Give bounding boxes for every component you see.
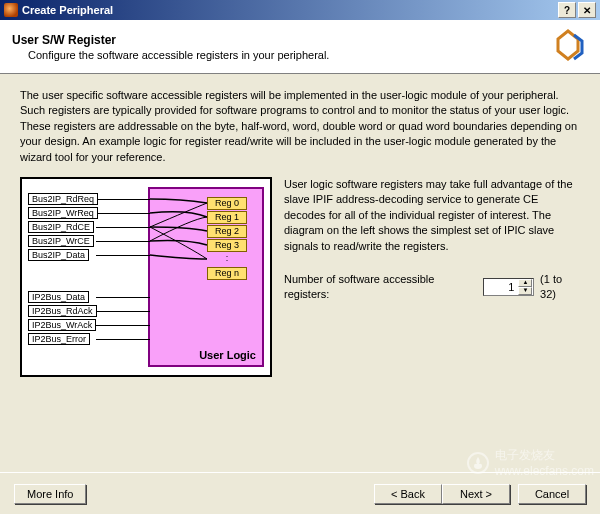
spin-down-button[interactable]: ▼ [518, 287, 532, 295]
reg-cell: Reg 0 [207, 197, 247, 210]
reg-cell: Reg 1 [207, 211, 247, 224]
close-button[interactable]: ✕ [578, 2, 596, 18]
signal-label: IP2Bus_RdAck [28, 305, 97, 317]
cancel-button[interactable]: Cancel [518, 484, 586, 504]
signal-label: Bus2IP_RdReq [28, 193, 98, 205]
wizard-body: The user specific software accessible re… [0, 74, 600, 472]
user-logic-diagram: User Logic Bus2IP_RdReq Bus2IP_WrReq Bus… [20, 177, 272, 377]
help-button[interactable]: ? [558, 2, 576, 18]
title-bar: Create Peripheral ? ✕ [0, 0, 600, 20]
page-header: User S/W Register Configure the software… [0, 20, 600, 74]
spin-up-button[interactable]: ▲ [518, 279, 532, 287]
signal-label: Bus2IP_WrCE [28, 235, 94, 247]
page-title: User S/W Register [12, 33, 548, 47]
intro-text: The user specific software accessible re… [20, 88, 580, 165]
window-title: Create Peripheral [22, 4, 113, 16]
register-count-input[interactable] [484, 281, 518, 293]
signal-label: IP2Bus_Data [28, 291, 89, 303]
wizard-icon [548, 27, 588, 67]
register-count-range: (1 to 32) [540, 272, 580, 303]
register-count-label: Number of software accessible registers: [284, 272, 477, 303]
wizard-footer: More Info < Back Next > Cancel [0, 472, 600, 514]
signal-label: IP2Bus_WrAck [28, 319, 96, 331]
reg-ellipsis: : [207, 253, 247, 266]
signal-label: Bus2IP_RdCE [28, 221, 94, 233]
signal-label: IP2Bus_Error [28, 333, 90, 345]
right-description: User logic software registers may take f… [284, 177, 580, 254]
app-icon [4, 3, 18, 17]
reg-cell: Reg 2 [207, 225, 247, 238]
reg-cell: Reg n [207, 267, 247, 280]
reg-cell: Reg 3 [207, 239, 247, 252]
register-count-spinner[interactable]: ▲ ▼ [483, 278, 534, 296]
back-button[interactable]: < Back [374, 484, 442, 504]
more-info-button[interactable]: More Info [14, 484, 86, 504]
signal-label: Bus2IP_Data [28, 249, 89, 261]
next-button[interactable]: Next > [442, 484, 510, 504]
signal-label: Bus2IP_WrReq [28, 207, 98, 219]
page-subtitle: Configure the software accessible regist… [28, 49, 548, 61]
